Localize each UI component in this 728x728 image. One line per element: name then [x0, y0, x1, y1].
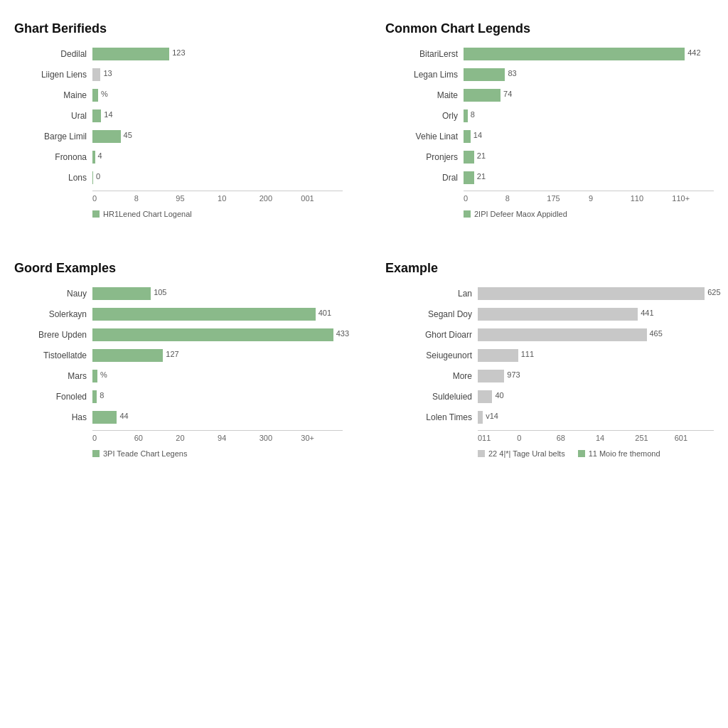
- bar-fill: [478, 308, 638, 321]
- bar-row: Mars%: [14, 368, 343, 384]
- bar-label: Tistoellatde: [14, 350, 92, 360]
- bar-row: BitariLerst442: [385, 46, 714, 62]
- bar-fill: [92, 349, 163, 362]
- bar-label: Lolen Times: [385, 412, 478, 422]
- bar-value: v14: [486, 412, 498, 420]
- x-tick: 94: [218, 434, 259, 442]
- bar-fill: [92, 130, 121, 143]
- bar-fill: [464, 68, 505, 81]
- bar-chart-2: Nauy105Solerkayn401Brere Upden433Tistoel…: [14, 286, 343, 458]
- bar-value: 441: [641, 309, 653, 317]
- legend-label: 11 Moio fre themond: [589, 449, 660, 458]
- bar-label: Solerkayn: [14, 309, 92, 319]
- bar-fill: [478, 349, 518, 362]
- bar-label: Legan Lims: [385, 70, 464, 80]
- bar-label: Ghort Dioarr: [385, 330, 478, 340]
- bar-container: 8: [92, 390, 343, 403]
- bar-value: 14: [104, 110, 112, 119]
- bar-label: Dral: [385, 173, 464, 183]
- bar-row: Brere Upden433: [14, 327, 343, 343]
- bar-row: Liigen Liens13: [14, 67, 343, 82]
- chart-section-2: Goord ExamplesNauy105Solerkayn401Brere U…: [14, 254, 343, 465]
- bar-fill: [478, 370, 504, 382]
- bar-row: Seganl Doy441: [385, 306, 714, 322]
- bar-label: Maite: [385, 90, 464, 100]
- bar-value: 105: [154, 288, 166, 296]
- bar-fill: [92, 89, 98, 102]
- chart-title-1: Conmon Chart Legends: [385, 21, 714, 36]
- chart-legend: HR1Lened Chart Logenal: [92, 210, 343, 218]
- bar-fill: [92, 328, 333, 341]
- bar-fill: [464, 171, 474, 184]
- bar-container: 74: [464, 89, 714, 102]
- bar-fill: [478, 328, 647, 341]
- bar-label: Nauy: [14, 289, 92, 299]
- chart-title-0: Ghart Berifieds: [14, 21, 343, 36]
- x-tick: 110+: [672, 194, 714, 203]
- bar-label: Lan: [385, 289, 478, 299]
- x-tick: 8: [505, 194, 547, 203]
- bar-fill: [478, 411, 483, 424]
- bar-container: 123: [92, 48, 343, 60]
- bar-container: 45: [92, 130, 343, 143]
- bar-container: 105: [92, 287, 343, 300]
- bar-container: 401: [92, 308, 343, 321]
- bar-fill: [92, 390, 97, 403]
- bar-row: Fonoled8: [14, 389, 343, 405]
- bar-row: Fronona4: [14, 149, 343, 165]
- bar-row: Dral21: [385, 170, 714, 186]
- chart-section-1: Conmon Chart LegendsBitariLerst442Legan …: [385, 14, 714, 225]
- bar-fill: [92, 308, 316, 321]
- bar-label: Fronona: [14, 152, 92, 162]
- bar-value: %: [101, 90, 108, 98]
- bar-row: Ural14: [14, 108, 343, 124]
- chart-section-3: ExampleLan625Seganl Doy441Ghort Dioarr46…: [385, 254, 714, 465]
- legend-item: HR1Lened Chart Logenal: [92, 210, 192, 218]
- bar-container: 973: [478, 370, 714, 382]
- bar-row: Maine%: [14, 87, 343, 103]
- x-axis: 060209430030+: [92, 430, 343, 442]
- bar-value: 45: [124, 131, 132, 139]
- bar-fill: [464, 130, 471, 143]
- x-tick: 200: [259, 194, 301, 203]
- bar-fill: [92, 48, 169, 60]
- x-tick: 300: [259, 434, 301, 442]
- chart-legend: 22 4|*| Tage Ural belts11 Moio fre themo…: [478, 449, 714, 458]
- bar-row: Orly8: [385, 108, 714, 124]
- bar-value: 127: [166, 350, 178, 358]
- bar-value: 465: [650, 329, 663, 338]
- bar-value: 123: [172, 48, 185, 57]
- bar-value: 4: [98, 151, 102, 160]
- bar-container: 40: [478, 390, 714, 403]
- x-axis: 089510200001: [92, 191, 343, 203]
- bar-fill: [464, 151, 474, 164]
- bar-row: Barge Limil45: [14, 129, 343, 144]
- bar-label: Has: [14, 412, 92, 422]
- bar-value: 21: [477, 172, 486, 181]
- x-tick: 0: [92, 434, 134, 442]
- bar-label: Lons: [14, 173, 92, 183]
- bar-value: 442: [687, 48, 700, 57]
- legend-item: 2IPI Defeer Maox Appidled: [464, 210, 567, 218]
- legend-label: 2IPI Defeer Maox Appidled: [474, 210, 567, 218]
- bar-label: Fonoled: [14, 392, 92, 402]
- bar-label: Brere Upden: [14, 330, 92, 340]
- bar-container: 442: [464, 48, 714, 60]
- bar-container: 44: [92, 411, 343, 424]
- bar-value: 13: [103, 69, 112, 77]
- bar-row: Seiugeunort111: [385, 348, 714, 363]
- bar-value: 401: [318, 309, 331, 317]
- bar-chart-3: Lan625Seganl Doy441Ghort Dioarr465Seiuge…: [385, 286, 714, 458]
- bar-fill: [92, 171, 93, 184]
- bar-container: 83: [464, 68, 714, 81]
- bar-value: 21: [477, 151, 486, 160]
- legend-label: 3PI Teade Chart Legens: [103, 449, 187, 458]
- bar-label: Liigen Liens: [14, 70, 92, 80]
- bar-container: 625: [478, 287, 714, 300]
- bar-container: %: [92, 370, 343, 382]
- chart-section-0: Ghart BerifiedsDedilal123Liigen Liens13M…: [14, 14, 343, 225]
- bar-value: 74: [503, 90, 512, 98]
- bar-label: Maine: [14, 90, 92, 100]
- bar-container: %: [92, 89, 343, 102]
- bar-row: Solerkayn401: [14, 306, 343, 322]
